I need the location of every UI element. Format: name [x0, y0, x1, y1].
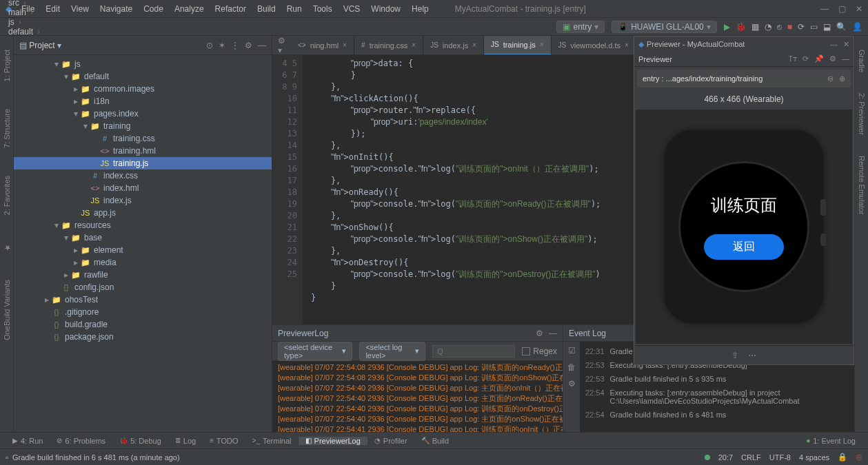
file-encoding[interactable]: UTF-8 — [769, 453, 791, 462]
watch-back-button[interactable]: 返回 — [704, 234, 784, 260]
menu-build[interactable]: Build — [252, 4, 281, 14]
editor-tab[interactable]: <>ning.hml× — [291, 36, 354, 55]
tree-node[interactable]: ▾📁pages.index — [14, 107, 272, 120]
project-tree[interactable]: ▾📁js▾📁default▸📁common.images▸📁i18n▾📁page… — [14, 55, 272, 448]
log-level-filter[interactable]: <select log level> ▾ — [359, 342, 425, 361]
left-tab[interactable]: ★ — [2, 243, 11, 252]
gear-icon[interactable]: ⚙ — [829, 54, 836, 63]
bottom-tab[interactable]: 🐞5: Debug — [112, 437, 168, 445]
device-type-filter[interactable]: <select device type> ▾ — [278, 342, 352, 361]
search-icon[interactable]: 🔍 — [836, 22, 847, 32]
left-tab[interactable]: OneBuild Variants — [3, 280, 11, 340]
event-log-entry[interactable]: 22:54Gradle build finished in 6 s 481 ms — [585, 408, 849, 422]
pin-icon[interactable]: 📌 — [814, 54, 824, 63]
menu-help[interactable]: Help — [406, 4, 434, 14]
trash-icon[interactable]: 🗑 — [567, 362, 576, 372]
close-tab-icon[interactable]: × — [625, 41, 629, 49]
tree-node[interactable]: JStraining.js — [14, 157, 272, 169]
device-combo[interactable]: 📱HUAWEI GLL-AL00▾ — [612, 21, 717, 33]
line-separator[interactable]: CRLF — [741, 453, 761, 462]
editor-tab[interactable]: JSviewmodel.d.ts× — [552, 36, 636, 55]
tree-node[interactable]: {}package.json — [14, 331, 272, 343]
right-tab[interactable]: Remote Emulator — [858, 156, 866, 215]
log-line[interactable]: [wearable] 07/07 22:54:40 2936 [Console … — [278, 393, 557, 404]
min-icon[interactable]: — — [830, 40, 838, 49]
tree-node[interactable]: JSapp.js — [14, 207, 272, 219]
run-icon[interactable]: ▶ — [724, 22, 730, 32]
tree-node[interactable]: ▸📁i18n — [14, 95, 272, 107]
bottom-tab[interactable]: >_Terminal — [245, 437, 299, 445]
hide-icon[interactable]: — — [842, 54, 849, 63]
user-icon[interactable]: 👤 — [852, 22, 862, 32]
caret-position[interactable]: 20:7 — [718, 453, 733, 462]
log-line[interactable]: [wearable] 07/07 22:54:40 2936 [Console … — [278, 404, 557, 414]
editor-tab[interactable]: JStraining.js× — [484, 36, 552, 55]
tab-settings-icon[interactable]: ⚙ ▾ — [272, 36, 291, 55]
debug-icon[interactable]: 🐞 — [736, 22, 746, 32]
menu-analyze[interactable]: Analyze — [169, 4, 210, 14]
editor-tab[interactable]: JSindex.js× — [423, 36, 484, 55]
bottom-tab[interactable]: ◔Profiler — [367, 437, 414, 445]
sync-icon[interactable]: ⟳ — [798, 22, 805, 32]
profile-icon[interactable]: ◔ — [765, 22, 771, 32]
refresh-icon[interactable]: ⟳ — [803, 54, 809, 63]
text-icon[interactable]: Tᴛ — [788, 54, 797, 63]
bottom-tab[interactable]: ≣Log — [168, 437, 203, 445]
minimize-button[interactable]: — — [820, 4, 829, 14]
regex-checkbox[interactable] — [522, 347, 530, 355]
bottom-tab[interactable]: ≡TODO — [203, 437, 245, 445]
breadcrumb-item[interactable]: default› — [6, 27, 82, 37]
expand-icon[interactable]: ✶ — [219, 41, 225, 50]
log-search-input[interactable] — [432, 345, 515, 358]
attach-icon[interactable]: ⎋ — [777, 22, 782, 32]
left-tab[interactable]: 1: Project — [3, 50, 11, 81]
hide-icon[interactable]: — — [258, 41, 266, 50]
menu-run[interactable]: Run — [281, 4, 307, 14]
breadcrumb-item[interactable]: js› — [6, 17, 82, 27]
tree-node[interactable]: {}config.json — [14, 281, 272, 293]
menu-refactor[interactable]: Refactor — [210, 4, 252, 14]
event-log-entry[interactable]: 22:54Executing tasks: [:entry:assembleDe… — [585, 386, 849, 408]
coverage-icon[interactable]: ▦ — [751, 22, 759, 32]
left-tab[interactable]: 7: Structure — [3, 109, 11, 148]
tree-node[interactable]: ▸📁media — [14, 256, 272, 269]
log-line[interactable]: [wearable] 07/07 22:54:40 2936 [Console … — [278, 383, 557, 393]
tree-node[interactable]: ▾📁resources — [14, 219, 272, 231]
bottom-tab[interactable]: ▶4: Run — [6, 437, 50, 445]
share-icon[interactable]: ⇪ — [731, 351, 738, 360]
tree-node[interactable]: ▸📁common.images — [14, 83, 272, 95]
tree-node[interactable]: <>training.hml — [14, 145, 272, 157]
sdk-icon[interactable]: ⬓ — [823, 22, 831, 32]
menu-tools[interactable]: Tools — [307, 4, 338, 14]
tree-node[interactable]: ▸📁element — [14, 244, 272, 256]
menu-navigate[interactable]: Navigate — [94, 4, 138, 14]
close-tab-icon[interactable]: × — [472, 41, 476, 49]
zoom-in-icon[interactable]: ⊕ — [839, 74, 845, 83]
avd-icon[interactable]: ▭ — [810, 22, 818, 32]
log-line[interactable]: [wearable] 07/07 22:54:40 2936 [Console … — [278, 414, 557, 424]
close-tab-icon[interactable]: × — [343, 41, 347, 49]
close-icon[interactable]: ✕ — [843, 40, 849, 49]
menu-code[interactable]: Code — [138, 4, 169, 14]
inspect-icon[interactable]: ◎ — [856, 453, 862, 462]
bottom-tab[interactable]: ⊘6: Problems — [50, 437, 112, 445]
log-line[interactable]: [wearable] 07/07 22:54:08 2936 [Console … — [278, 362, 557, 373]
select-opened-icon[interactable]: ⊙ — [206, 41, 213, 50]
tree-node[interactable]: JSindex.js — [14, 194, 272, 207]
right-tab[interactable]: Gradle — [858, 50, 866, 72]
more-icon[interactable]: ⋯ — [748, 351, 756, 360]
indent-setting[interactable]: 4 spaces — [799, 453, 829, 462]
check-icon[interactable]: ☑ — [568, 346, 576, 355]
maximize-button[interactable]: ▢ — [838, 4, 846, 14]
bottom-tab-event-log[interactable]: ●1: Event Log — [799, 437, 862, 445]
readonly-icon[interactable]: 🔒 — [838, 453, 847, 462]
menu-vcs[interactable]: VCS — [338, 4, 366, 14]
zoom-out-icon[interactable]: ⊖ — [827, 74, 834, 83]
event-log-entry[interactable]: 22:53Gradle build finished in 5 s 935 ms — [585, 372, 849, 386]
tree-node[interactable]: #index.css — [14, 169, 272, 182]
bottom-tab[interactable]: ◧PreviewerLog — [299, 437, 367, 445]
tree-node[interactable]: ▾📁default — [14, 70, 272, 83]
previewer-entry-selector[interactable]: entry : ...ages/index/training/training … — [637, 70, 851, 87]
tree-node[interactable]: ▸📁rawfile — [14, 269, 272, 281]
breadcrumb-item[interactable]: main› — [6, 8, 82, 17]
